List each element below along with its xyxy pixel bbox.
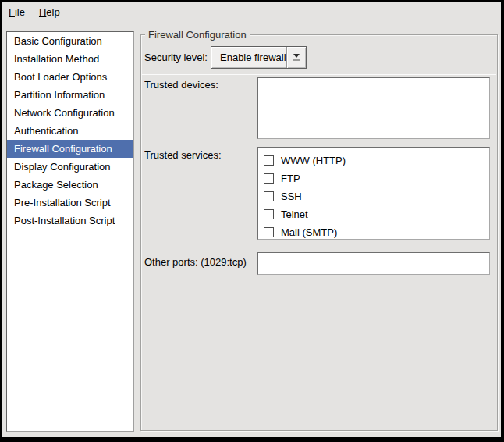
sidebar-item-pre-installation-script[interactable]: Pre-Installation Script — [7, 194, 133, 212]
service-label: WWW (HTTP) — [281, 155, 346, 166]
sidebar-item-firewall-configuration[interactable]: Firewall Configuration — [7, 140, 133, 158]
window: FileHelp Basic Configuration Installatio… — [2, 2, 501, 437]
menu-help[interactable]: Help — [32, 2, 67, 23]
separator — [142, 74, 496, 75]
security-level-select[interactable]: Enable firewall — [211, 46, 307, 69]
service-label: Mail (SMTP) — [281, 226, 337, 238]
checkbox-telnet-icon[interactable] — [264, 209, 274, 219]
sidebar-item-network-configuration[interactable]: Network Configuration — [7, 104, 133, 122]
sidebar-item-installation-method[interactable]: Installation Method — [7, 50, 133, 68]
checkbox-www-http-icon[interactable] — [264, 155, 274, 166]
sidebar-item-basic-configuration[interactable]: Basic Configuration — [7, 32, 133, 50]
checkbox-ftp-icon[interactable] — [264, 173, 274, 184]
sidebar-item-authentication[interactable]: Authentication — [7, 122, 133, 140]
other-ports-input[interactable] — [257, 252, 490, 275]
menu-file[interactable]: File — [2, 2, 32, 23]
menubar: FileHelp — [2, 2, 501, 23]
sidebar-item-package-selection[interactable]: Package Selection — [7, 176, 133, 194]
sidebar-item-partition-information[interactable]: Partition Information — [7, 86, 133, 104]
service-row-ftp[interactable]: FTP — [258, 169, 489, 187]
other-ports-label: Other ports: (1029:tcp) — [144, 256, 247, 269]
service-label: SSH — [281, 191, 302, 202]
security-level-label: Security level: — [144, 52, 208, 64]
checkbox-ssh-icon[interactable] — [264, 191, 274, 201]
dropdown-arrow-icon — [286, 47, 306, 68]
service-row-ssh[interactable]: SSH — [258, 187, 489, 205]
category-list: Basic Configuration Installation Method … — [6, 31, 134, 432]
service-label: Telnet — [281, 209, 308, 220]
sidebar-item-boot-loader-options[interactable]: Boot Loader Options — [7, 68, 133, 86]
frame-title: Firewall Configuration — [145, 29, 250, 41]
service-row-telnet[interactable]: Telnet — [258, 205, 489, 223]
trusted-services-label: Trusted services: — [144, 149, 222, 162]
sidebar-item-display-configuration[interactable]: Display Configuration — [7, 158, 133, 176]
checkbox-mail-smtp-icon[interactable] — [264, 227, 274, 237]
trusted-services-list: WWW (HTTP) FTP SSH Telnet Mail (SMTP) — [257, 147, 490, 240]
service-label: FTP — [281, 173, 300, 184]
sidebar-item-post-installation-script[interactable]: Post-Installation Script — [7, 212, 133, 230]
security-level-value: Enable firewall — [211, 52, 286, 63]
trusted-devices-list[interactable] — [257, 77, 490, 139]
service-row-mail-smtp[interactable]: Mail (SMTP) — [258, 223, 489, 240]
trusted-devices-label: Trusted devices: — [144, 79, 218, 91]
service-row-www-http[interactable]: WWW (HTTP) — [258, 151, 489, 169]
